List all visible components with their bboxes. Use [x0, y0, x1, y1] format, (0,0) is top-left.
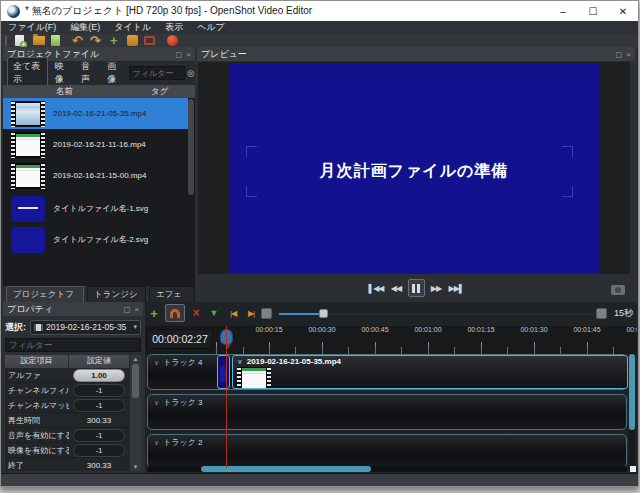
column-tag[interactable]: タグ — [151, 86, 168, 98]
menu-title[interactable]: タイトル — [114, 21, 151, 34]
property-row[interactable]: 音声を有効にする -1 — [5, 428, 129, 443]
video-frame: 月次計画ファイルの準備 — [229, 63, 599, 273]
track-3[interactable]: ∨トラック 3 — [147, 394, 627, 430]
scrollbar-thumb[interactable] — [132, 364, 139, 398]
add-marker-icon[interactable]: ▼ — [207, 304, 221, 322]
files-list: 名前 タグ 2019-02-16-21-05-35.mp4 2019-02-16… — [3, 85, 195, 286]
video-screen: 月次計画ファイルの準備 — [198, 62, 630, 274]
clip-thumbnail — [237, 367, 271, 389]
menu-help[interactable]: ヘルプ — [197, 21, 225, 34]
timecode-display[interactable]: 00:00:02:27 — [147, 329, 213, 349]
redo-icon[interactable]: ↷ — [90, 34, 101, 47]
video-clip[interactable]: ∨2019-02-16-21-05-35.mp4 — [232, 355, 628, 389]
ruler-label: 00:01:00 — [414, 326, 441, 333]
clear-filter-icon[interactable]: ⊗ — [187, 68, 195, 79]
razor-icon[interactable]: × — [189, 304, 203, 322]
file-row[interactable]: 2019-02-16-21-15-00.mp4 — [3, 160, 188, 191]
properties-table: 設定項目 設定値 アルファ 1.00 チャンネルフィルター -1 チャンネルマッ… — [5, 355, 141, 471]
zoom-out-icon[interactable] — [261, 304, 272, 322]
scrollbar-thumb[interactable] — [629, 354, 635, 430]
fast-forward-icon[interactable]: ▶▶ — [428, 279, 445, 297]
tab-effects[interactable]: エフェクト — [149, 286, 195, 302]
column-name[interactable]: 名前 — [3, 86, 73, 98]
property-value: -1 — [73, 399, 125, 412]
export-video-icon[interactable] — [167, 34, 178, 47]
close-button[interactable]: ✕ — [608, 1, 638, 21]
timeline-horizontal-scrollbar[interactable] — [147, 466, 627, 472]
tab-transitions[interactable]: トランジション — [87, 286, 146, 302]
property-value: 300.33 — [69, 416, 129, 425]
selection-dropdown[interactable]: 2019-02-16-21-05-35 ▾ — [30, 320, 141, 335]
file-row[interactable]: タイトルファイル名-2.svg — [3, 224, 188, 255]
file-row[interactable]: 2019-02-16-21-11-16.mp4 — [3, 129, 188, 160]
minimize-button[interactable]: – — [548, 1, 578, 21]
capture-icon[interactable] — [611, 285, 625, 295]
save-project-icon[interactable] — [51, 34, 60, 47]
preview-title: プレビュー — [201, 48, 247, 61]
maximize-button[interactable]: ☐ — [578, 1, 608, 21]
file-row[interactable]: 2019-02-16-21-05-35.mp4 — [3, 98, 188, 129]
menu-file[interactable]: ファイル(F) — [8, 21, 56, 34]
chevron-down-icon[interactable]: ∨ — [237, 358, 243, 366]
add-track-icon[interactable]: + — [147, 304, 161, 322]
property-row[interactable]: 終了 300.33 — [5, 458, 129, 471]
panel-close-icon[interactable]: × — [134, 305, 139, 314]
title-clip[interactable] — [217, 355, 230, 389]
property-row[interactable]: 再生時間 300.33 — [5, 413, 129, 428]
panel-close-icon[interactable]: × — [626, 50, 631, 59]
property-value: 300.33 — [69, 461, 129, 470]
files-filter-input[interactable] — [129, 66, 185, 80]
tab-project-files[interactable]: プロジェクトファイル — [6, 286, 84, 302]
rewind-icon[interactable]: ◀◀ — [388, 279, 405, 297]
chevron-down-icon[interactable]: ∨ — [154, 359, 159, 367]
fullscreen-icon[interactable] — [144, 34, 155, 47]
timeline-panel: + × ▼ |◀ ▶| 15秒 00:00:02:27 00:00:15 00:… — [145, 302, 637, 473]
property-row[interactable]: チャンネルフィルター -1 — [5, 383, 129, 398]
chevron-down-icon[interactable]: ∨ — [154, 399, 159, 407]
track-2[interactable]: ∨トラック 2 — [147, 434, 627, 468]
snap-magnet-icon[interactable] — [165, 304, 185, 322]
properties-scrollbar[interactable]: ▲ ▼ — [130, 355, 141, 471]
zoom-slider-handle[interactable] — [319, 309, 328, 318]
jump-start-icon[interactable]: ▌◀◀ — [368, 279, 385, 297]
choose-profile-icon[interactable] — [127, 34, 138, 47]
panel-float-icon[interactable]: ◻ — [176, 50, 183, 59]
panel-float-icon[interactable]: ◻ — [616, 50, 623, 59]
panel-close-icon[interactable]: × — [186, 50, 191, 59]
previous-marker-icon[interactable]: |◀ — [225, 304, 241, 322]
properties-filter-input[interactable] — [5, 338, 141, 352]
new-project-icon[interactable]: + — [15, 34, 24, 47]
import-files-icon[interactable]: + — [110, 34, 118, 47]
tab-video[interactable]: 映像 — [50, 58, 74, 88]
property-row[interactable]: アルファ 1.00 — [5, 368, 129, 383]
ruler-label: 00:02:00 — [626, 326, 637, 333]
menu-view[interactable]: 表示 — [165, 21, 183, 34]
scroll-down-icon[interactable]: ▼ — [133, 464, 139, 470]
crop-corner — [562, 186, 573, 197]
panel-float-icon[interactable]: ◻ — [124, 305, 131, 314]
zoom-in-icon[interactable] — [596, 304, 607, 322]
undo-icon[interactable]: ↶ — [72, 34, 83, 47]
property-row[interactable]: チャンネルマッピング -1 — [5, 398, 129, 413]
files-scrollbar[interactable] — [188, 99, 194, 195]
zoom-slider[interactable] — [279, 313, 595, 315]
project-files-panel: プロジェクトファイル ◻ × 全て表示 映像 音声 画像 ⊗ 名前 タグ 201… — [3, 47, 195, 302]
ruler-label: 00:01:45 — [573, 326, 600, 333]
timeline-vertical-scrollbar[interactable] — [629, 354, 635, 466]
property-row[interactable]: 映像を有効にする -1 — [5, 443, 129, 458]
open-project-icon[interactable] — [33, 34, 45, 47]
properties-table-header: 設定項目 設定値 — [5, 355, 129, 368]
file-row[interactable]: タイトルファイル名-1.svg — [3, 193, 188, 224]
timeline-ruler[interactable]: 00:00:02:27 00:00:15 00:00:30 00:00:45 0… — [145, 326, 637, 354]
resize-handle[interactable] — [630, 466, 636, 472]
scroll-up-icon[interactable]: ▲ — [133, 356, 139, 362]
jump-end-icon[interactable]: ▶▶▌ — [448, 279, 465, 297]
chevron-down-icon[interactable]: ∨ — [154, 439, 159, 447]
tab-image[interactable]: 画像 — [102, 58, 126, 88]
pause-icon[interactable] — [408, 279, 425, 297]
next-marker-icon[interactable]: ▶| — [243, 304, 259, 322]
tab-audio[interactable]: 音声 — [76, 58, 100, 88]
crop-corner — [246, 186, 257, 197]
track-4[interactable]: ∨トラック 4 ∨2019-02-16-21-05-35.mp4 — [147, 354, 627, 390]
title-thumbnail — [11, 227, 45, 253]
